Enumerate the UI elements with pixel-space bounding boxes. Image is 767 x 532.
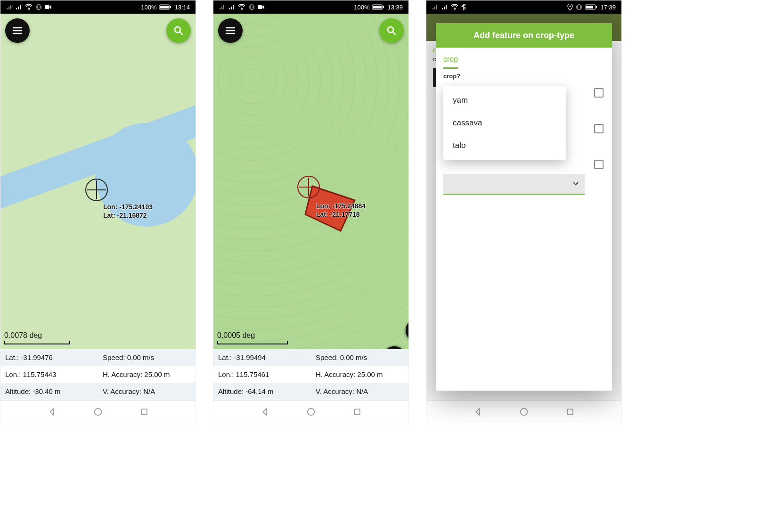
map-canvas[interactable]: Lon: -175.24103 Lat: -21.16872 0: [0, 14, 196, 349]
status-bar: 100% 13:14: [0, 0, 196, 14]
gps-location-button[interactable]: [193, 346, 196, 349]
info-lon: Lon.: 115.75443: [0, 366, 98, 383]
signal-icon-2: [228, 4, 235, 10]
svg-point-23: [570, 5, 571, 7]
info-alt: Altitude: -30.40 m: [0, 383, 98, 400]
battery-pct: 100%: [141, 4, 156, 11]
menu-button[interactable]: [218, 18, 243, 43]
nav-back-button[interactable]: [46, 406, 58, 418]
phone-screen-1: 100% 13:14 Lon: -175.24103 Lat: -21.1687…: [0, 0, 196, 423]
crosshair-coords: Lon: -175.24103 Lat: -21.16872: [103, 203, 153, 220]
svg-rect-11: [250, 5, 253, 9]
info-vacc: V. Accuracy: N/A: [311, 383, 408, 400]
checkbox-2[interactable]: [594, 124, 604, 133]
svg-rect-29: [567, 409, 573, 415]
map-canvas[interactable]: Lon: -175.24884 Lat: -21.17718: [213, 14, 408, 349]
info-lat: Lat.: -31.99476: [0, 349, 98, 366]
checkbox-3[interactable]: [594, 160, 604, 169]
svg-rect-27: [596, 6, 597, 8]
search-icon: [173, 25, 184, 36]
nav-home-button[interactable]: [518, 406, 530, 418]
video-icon: [45, 5, 51, 9]
clock: 17:39: [600, 4, 616, 11]
info-speed: Speed: 0.00 m/s: [311, 349, 408, 366]
add-vertex-button[interactable]: [383, 346, 406, 349]
option-talo[interactable]: talo: [443, 134, 566, 157]
info-lat: Lat.: -31.99494: [213, 349, 311, 366]
map-scale: 0.0005 deg: [217, 331, 288, 344]
crosshair-coords: Lon: -175.24884 Lat: -21.17718: [316, 202, 366, 219]
gps-info-panel: Lat.: -31.99476 Speed: 0.00 m/s Lon.: 11…: [0, 349, 196, 400]
checkbox-column: [594, 88, 604, 169]
svg-rect-3: [160, 6, 169, 8]
secondary-dropdown[interactable]: [443, 174, 585, 195]
nav-back-button[interactable]: [259, 406, 271, 418]
info-lon: Lon.: 115.75461: [213, 366, 311, 383]
field-label-crop: crop?: [443, 73, 604, 80]
svg-rect-12: [258, 5, 262, 9]
menu-icon: [12, 25, 23, 36]
gps-info-panel: Lat.: -31.99494 Speed: 0.00 m/s Lon.: 11…: [213, 349, 408, 400]
add-feature-button[interactable]: [193, 346, 196, 349]
nav-home-button[interactable]: [305, 406, 317, 418]
status-bar: 100% 13:39: [213, 0, 408, 14]
map-scale: 0.0078 deg: [4, 331, 70, 344]
vibrate-icon: [35, 4, 42, 10]
search-icon: [386, 25, 397, 36]
svg-rect-0: [37, 5, 40, 9]
map-crosshair: [85, 179, 108, 201]
dialog-title: Add feature on crop-type: [436, 23, 612, 48]
search-button[interactable]: [379, 18, 404, 43]
vibrate-icon: [248, 4, 255, 10]
video-icon: [258, 5, 264, 9]
status-bar: 17:39: [426, 0, 621, 14]
info-alt: Altitude: -64.14 m: [213, 383, 311, 400]
vibrate-icon: [576, 4, 582, 10]
crop-dropdown-popup: yam cassava talo: [443, 86, 566, 160]
svg-rect-24: [578, 5, 580, 9]
svg-point-21: [308, 408, 315, 415]
android-nav-bar: [213, 400, 408, 423]
search-button[interactable]: [166, 18, 191, 43]
checkbox-1[interactable]: [594, 88, 604, 98]
info-hacc: H. Accuracy: 25.00 m: [311, 366, 408, 383]
signal-icon-1: [432, 4, 439, 10]
wifi-icon: [238, 4, 245, 10]
nav-home-button[interactable]: [92, 406, 104, 418]
signal-icon-1: [6, 4, 13, 10]
menu-icon: [225, 25, 236, 36]
wifi-icon: [451, 4, 458, 10]
info-hacc: H. Accuracy: 25.00 m: [98, 366, 196, 383]
svg-rect-26: [586, 6, 593, 8]
signal-icon-2: [441, 4, 448, 10]
android-nav-bar: [426, 400, 621, 423]
svg-rect-1: [45, 5, 49, 9]
battery-icon: [372, 4, 384, 10]
nav-recent-button[interactable]: [138, 406, 150, 418]
clock: 13:39: [387, 4, 403, 11]
option-cassava[interactable]: cassava: [443, 112, 566, 134]
location-icon: [567, 4, 573, 10]
tab-crop[interactable]: crop: [443, 52, 458, 69]
signal-icon-2: [16, 4, 22, 10]
feature-form-dialog: Add feature on crop-type crop crop? yam …: [436, 23, 612, 391]
svg-rect-15: [383, 6, 384, 8]
android-nav-bar: [0, 400, 196, 423]
nav-recent-button[interactable]: [564, 406, 576, 418]
wifi-icon: [25, 4, 33, 10]
phone-screen-3: 17:39 Add feature on training project ov…: [426, 0, 622, 423]
locate-target-button[interactable]: [193, 346, 196, 349]
phone-screen-2: 100% 13:39 Lon: -175.24884 Lat: -21.1771…: [213, 0, 409, 423]
chevron-down-icon: [572, 181, 579, 186]
battery-pct: 100%: [354, 4, 369, 11]
nav-recent-button[interactable]: [351, 406, 363, 418]
battery-icon: [585, 4, 597, 10]
nav-back-button[interactable]: [472, 406, 484, 418]
gps-location-button[interactable]: [406, 319, 408, 342]
svg-rect-10: [141, 409, 147, 415]
option-yam[interactable]: yam: [443, 89, 566, 112]
svg-point-28: [521, 408, 528, 415]
signal-icon-1: [219, 4, 226, 10]
menu-button[interactable]: [5, 18, 30, 43]
bluetooth-icon: [461, 4, 466, 10]
